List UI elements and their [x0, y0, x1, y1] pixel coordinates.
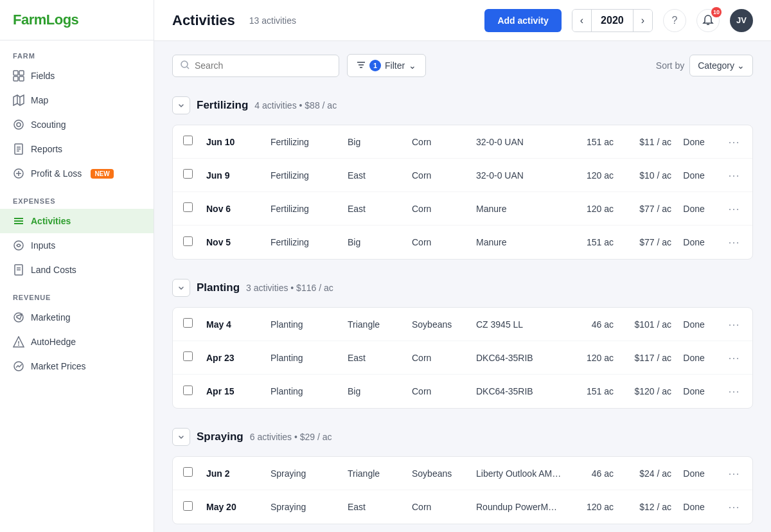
- filter-chevron-icon: ⌄: [409, 60, 416, 71]
- row-status: Done: [671, 353, 716, 363]
- map-icon: [13, 94, 24, 106]
- row-status: Done: [671, 237, 716, 247]
- svg-rect-0: [13, 71, 18, 75]
- row-date: Nov 6: [206, 204, 270, 214]
- row-more-button[interactable]: ⋯: [725, 464, 742, 483]
- inputs-icon: [13, 240, 24, 251]
- row-cost: $77 / ac: [614, 237, 671, 247]
- row-product: 32-0-0 UAN: [476, 170, 562, 181]
- row-cost: $77 / ac: [614, 204, 671, 214]
- activity-groups: Fertilizing4 activities • $88 / ac Jun 1…: [172, 90, 753, 524]
- row-field: Big: [348, 386, 412, 396]
- row-checkbox[interactable]: [183, 136, 206, 148]
- sort-chevron-icon: ⌄: [737, 60, 745, 71]
- sidebar-item-market-prices[interactable]: Market Prices: [0, 354, 154, 378]
- table-row: Apr 15 Planting Big Corn DKC64-35RIB 151…: [173, 375, 752, 408]
- sidebar-item-autohedge[interactable]: AutoHedge: [0, 330, 154, 354]
- search-input[interactable]: [195, 60, 331, 71]
- help-button[interactable]: ?: [663, 9, 686, 32]
- row-status: Done: [671, 386, 716, 396]
- group-title-planting: Planting: [197, 281, 240, 294]
- row-type: Planting: [270, 319, 348, 330]
- search-box[interactable]: [172, 55, 339, 77]
- row-field: East: [348, 204, 412, 214]
- sort-dropdown[interactable]: Category ⌄: [689, 55, 753, 76]
- sidebar-item-marketing[interactable]: Marketing: [0, 305, 154, 330]
- toolbar: 1 Filter ⌄ Sort by Category ⌄: [172, 54, 753, 77]
- row-product: CZ 3945 LL: [476, 319, 562, 330]
- row-more-button[interactable]: ⋯: [725, 315, 742, 334]
- scouting-icon: [13, 119, 24, 130]
- row-field: East: [348, 170, 412, 181]
- row-product: DKC64-35RIB: [476, 353, 562, 363]
- row-checkbox[interactable]: [183, 351, 206, 364]
- group-toggle-fertilizing[interactable]: [172, 96, 190, 114]
- row-more-button[interactable]: ⋯: [725, 199, 742, 218]
- sidebar-item-label: Land Costs: [31, 265, 76, 275]
- row-more-button[interactable]: ⋯: [725, 166, 742, 185]
- marketing-icon: [13, 312, 24, 323]
- add-activity-button[interactable]: Add activity: [484, 9, 561, 32]
- row-crop: Corn: [412, 237, 476, 247]
- activity-table-fertilizing: Jun 10 Fertilizing Big Corn 32-0-0 UAN 1…: [172, 125, 753, 260]
- row-acres: 151 ac: [562, 386, 614, 396]
- svg-point-7: [14, 120, 23, 129]
- svg-rect-2: [13, 76, 18, 81]
- row-date: May 4: [206, 319, 270, 330]
- row-field: Triangle: [348, 319, 412, 330]
- sidebar-item-reports[interactable]: Reports: [0, 137, 154, 161]
- row-more-button[interactable]: ⋯: [725, 132, 742, 152]
- new-badge: NEW: [91, 169, 113, 179]
- row-checkbox[interactable]: [183, 202, 206, 215]
- row-checkbox[interactable]: [183, 318, 206, 330]
- sidebar-item-land-costs[interactable]: Land Costs: [0, 258, 154, 282]
- table-row: Nov 6 Fertilizing East Corn Manure 120 a…: [173, 192, 752, 226]
- sidebar-item-activities[interactable]: Activities: [0, 209, 154, 233]
- app-name: FarmLogs: [13, 12, 78, 28]
- row-date: May 20: [206, 502, 270, 512]
- year-next-button[interactable]: ›: [634, 10, 652, 31]
- row-field: Big: [348, 137, 412, 147]
- row-type: Fertilizing: [270, 137, 348, 147]
- row-checkbox[interactable]: [183, 386, 206, 398]
- group-toggle-planting[interactable]: [172, 279, 190, 297]
- row-checkbox[interactable]: [183, 467, 206, 479]
- row-cost: $24 / ac: [614, 468, 671, 479]
- group-header-planting: Planting3 activities • $116 / ac: [172, 272, 753, 303]
- row-more-button[interactable]: ⋯: [725, 497, 742, 517]
- sidebar-item-map[interactable]: Map: [0, 88, 154, 112]
- row-more-button[interactable]: ⋯: [725, 348, 742, 368]
- row-checkbox[interactable]: [183, 169, 206, 181]
- row-product: Liberty Outlook AMS (Spray Gr...: [476, 468, 562, 479]
- group-meta-planting: 3 activities • $116 / ac: [246, 283, 333, 293]
- sidebar-item-inputs[interactable]: Inputs: [0, 233, 154, 258]
- activity-table-planting: May 4 Planting Triangle Soybeans CZ 3945…: [172, 307, 753, 409]
- autohedge-icon: [13, 336, 24, 348]
- farm-section-label: FARM: [0, 40, 154, 64]
- sidebar-item-fields[interactable]: Fields: [0, 64, 154, 88]
- row-actions: ⋯: [716, 166, 742, 185]
- row-acres: 151 ac: [562, 137, 614, 147]
- row-checkbox[interactable]: [183, 501, 206, 513]
- group-title-fertilizing: Fertilizing: [197, 99, 248, 112]
- table-row: Nov 5 Fertilizing Big Corn Manure 151 ac…: [173, 226, 752, 259]
- sidebar-item-scouting[interactable]: Scouting: [0, 112, 154, 137]
- row-acres: 120 ac: [562, 353, 614, 363]
- row-actions: ⋯: [716, 497, 742, 517]
- year-prev-button[interactable]: ‹: [572, 10, 591, 31]
- row-checkbox[interactable]: [183, 236, 206, 249]
- year-display: 2020: [591, 10, 634, 31]
- table-row: Jun 2 Spraying Triangle Soybeans Liberty…: [173, 457, 752, 490]
- sidebar-item-profit-loss[interactable]: Profit & Loss NEW: [0, 161, 154, 186]
- market-prices-icon: [13, 360, 24, 372]
- sidebar-item-label: Reports: [31, 144, 62, 154]
- notifications-button[interactable]: 10: [696, 9, 720, 32]
- sidebar-item-label: Marketing: [31, 312, 70, 323]
- row-more-button[interactable]: ⋯: [725, 233, 742, 252]
- group-toggle-spraying[interactable]: [172, 428, 190, 446]
- avatar[interactable]: JV: [730, 9, 753, 32]
- row-actions: ⋯: [716, 199, 742, 218]
- sidebar-item-label: Profit & Loss: [31, 168, 82, 179]
- row-more-button[interactable]: ⋯: [725, 382, 742, 401]
- filter-button[interactable]: 1 Filter ⌄: [347, 54, 426, 77]
